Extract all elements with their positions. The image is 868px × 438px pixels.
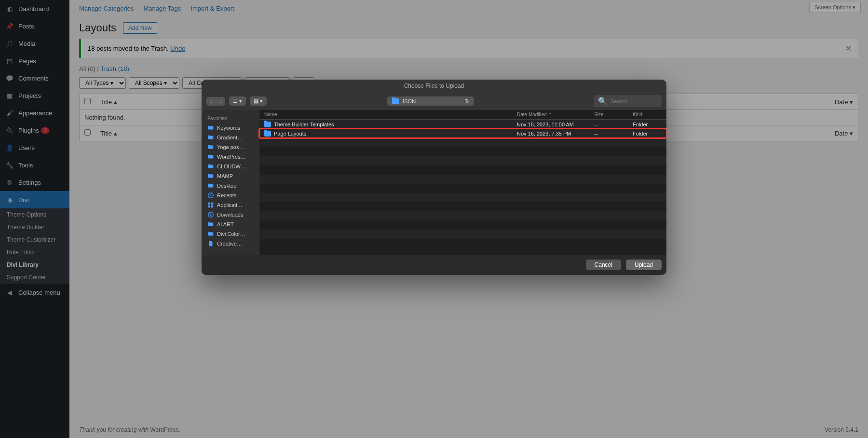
forward-button[interactable]: ›	[216, 97, 226, 106]
empty-row	[259, 184, 666, 193]
empty-row	[259, 211, 666, 220]
empty-row	[259, 193, 666, 202]
col-kind[interactable]: Kind	[633, 112, 662, 117]
svg-rect-3	[208, 205, 210, 207]
svg-rect-4	[211, 205, 213, 207]
group-button[interactable]: ▦ ▾	[250, 96, 267, 106]
empty-row	[259, 239, 666, 248]
list-view-button[interactable]: ☰ ▾	[229, 96, 246, 106]
empty-row	[259, 138, 666, 147]
search-icon: 🔍	[598, 96, 608, 106]
empty-row	[259, 165, 666, 175]
empty-row	[259, 147, 666, 156]
finder-sidebar-item[interactable]: Creative…	[205, 239, 256, 248]
col-name[interactable]: Name	[264, 112, 517, 117]
finder-sidebar-item[interactable]: CLOUDW…	[205, 162, 256, 171]
empty-row	[259, 220, 666, 230]
svg-rect-1	[208, 203, 210, 205]
col-size[interactable]: Size	[594, 112, 633, 117]
cancel-button[interactable]: Cancel	[586, 260, 621, 270]
finder-sidebar-item[interactable]: Recents	[205, 191, 256, 200]
finder-sidebar-item[interactable]: AI ART	[205, 219, 256, 229]
dialog-title: Choose Files to Upload	[202, 80, 666, 92]
svg-rect-2	[211, 203, 213, 205]
empty-row	[259, 175, 666, 184]
column-headers: Name Date Modified ⌃ Size Kind	[259, 110, 666, 120]
empty-row	[259, 156, 666, 165]
finder-sidebar-item[interactable]: Downloads	[205, 210, 256, 219]
finder-sidebar-item[interactable]: Gradient…	[205, 133, 256, 142]
search-field: 🔍	[594, 95, 662, 107]
file-row[interactable]: Theme Builder TemplatesNov 18, 2023, 11:…	[259, 120, 666, 129]
finder-sidebar-item[interactable]: MAMP	[205, 171, 256, 181]
empty-row	[259, 230, 666, 239]
finder-sidebar-item[interactable]: Desktop	[205, 181, 256, 191]
folder-icon	[264, 131, 271, 137]
finder-sidebar-item[interactable]: Keywords	[205, 123, 256, 133]
finder-sidebar-item[interactable]: Divi Color…	[205, 229, 256, 239]
sort-indicator-icon: ⌃	[548, 112, 552, 117]
folder-icon	[392, 98, 399, 104]
file-row[interactable]: Page LayoutsNov 16, 2023, 7:35 PM--Folde…	[259, 129, 666, 138]
modal-overlay: Choose Files to Upload ‹ › ☰ ▾ ▦ ▾ JSON …	[0, 0, 868, 438]
location-dropdown[interactable]: JSON ⇅	[387, 96, 474, 106]
finder-sidebar-item[interactable]: Yoga pos…	[205, 142, 256, 152]
dropdown-icon: ⇅	[465, 98, 469, 104]
finder-toolbar: ‹ › ☰ ▾ ▦ ▾ JSON ⇅ 🔍	[202, 92, 666, 110]
back-button[interactable]: ‹	[206, 97, 216, 106]
folder-icon	[264, 122, 271, 127]
finder-file-list: Name Date Modified ⌃ Size Kind Theme Bui…	[259, 110, 666, 255]
col-date-modified[interactable]: Date Modified ⌃	[517, 112, 594, 117]
view-switcher: ☰ ▾	[229, 96, 246, 106]
dialog-footer: Cancel Upload	[202, 255, 666, 275]
nav-buttons: ‹ ›	[206, 97, 225, 106]
favorites-heading: Favorites	[205, 114, 256, 123]
empty-row	[259, 202, 666, 211]
upload-button[interactable]: Upload	[626, 260, 662, 270]
finder-sidebar: Favorites KeywordsGradient…Yoga pos…Word…	[202, 110, 259, 255]
finder-sidebar-item[interactable]: Applicati…	[205, 200, 256, 210]
file-picker-dialog: Choose Files to Upload ‹ › ☰ ▾ ▦ ▾ JSON …	[202, 80, 666, 275]
search-input[interactable]	[610, 98, 658, 104]
group-switcher: ▦ ▾	[250, 96, 267, 106]
finder-sidebar-item[interactable]: WordPres…	[205, 152, 256, 162]
